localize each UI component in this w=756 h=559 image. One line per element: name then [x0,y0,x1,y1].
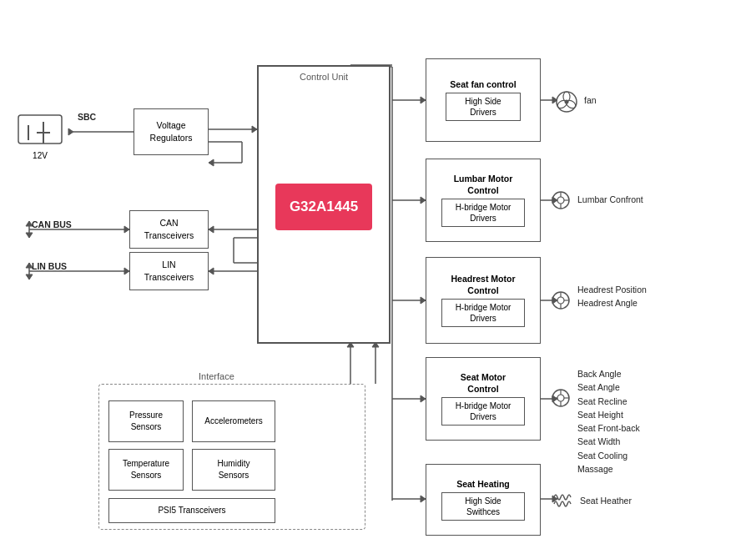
seat-fan-control-title: Seat fan control [450,79,516,91]
psi5-transceivers-label: PSI5 Transceivers [158,505,225,516]
svg-point-61 [565,100,569,104]
seat-motor-outer: Seat MotorControl H-bridge MotorDrivers [426,357,541,441]
lumbar-motor-icon [551,190,571,212]
seat-motor-icon [551,388,571,410]
seat-heating-switches-label: High SideSwithces [441,492,525,521]
can-bus-label: CAN BUS [32,219,72,231]
motor-svg-lumbar [551,190,571,210]
temperature-sensors-box: TemperatureSensors [108,449,184,491]
accelerometers-box: Accelerometers [192,400,275,442]
seat-fan-drivers-label: High SideDrivers [446,93,521,121]
accelerometers-label: Accelerometers [204,415,262,427]
temperature-sensors-label: TemperatureSensors [123,458,169,481]
headrest-output-label: Headrest PositionHeadrest Angle [577,284,647,310]
svg-marker-12 [26,233,33,238]
heat-svg [551,489,574,507]
lumbar-motor-outer: Lumbar MotorControl H-bridge MotorDriver… [426,159,541,242]
seat-heather-output-label: Seat Heather [580,495,632,507]
voltage-regulators-box: VoltageRegulators [134,108,209,155]
svg-marker-21 [209,268,214,274]
lin-transceivers-label: LINTransceivers [144,259,194,283]
humidity-sensors-box: HumiditySensors [192,449,275,491]
can-transceivers-box: CANTransceivers [129,210,209,249]
motor-svg-seat [551,388,571,408]
lumbar-motor-title: Lumbar MotorControl [454,174,513,196]
lumbar-motor-drivers-label: H-bridge MotorDrivers [441,199,525,227]
svg-marker-1 [68,128,73,135]
pressure-sensors-box: PressureSensors [108,400,184,442]
svg-marker-17 [26,274,33,280]
sbc-label: SBC [78,111,96,123]
fan-output-label: fan [584,94,597,107]
chip-label: G32A1445 [275,184,372,230]
motor-svg-headrest [551,290,571,310]
seat-heating-title: Seat Heating [456,479,510,491]
svg-point-63 [557,197,564,204]
headrest-motor-outer: Headrest MotorControl H-bridge MotorDriv… [426,257,541,344]
seat-fan-control-outer: Seat fan control High SideDrivers [426,58,541,142]
battery-icon [15,108,65,154]
svg-point-69 [557,297,564,304]
headrest-motor-title: Headrest MotorControl [451,274,515,296]
svg-rect-53 [18,115,62,144]
humidity-sensors-label: HumiditySensors [218,458,250,481]
fan-icon [555,90,578,115]
seat-heating-outer: Seat Heating High SideSwithces [426,464,541,536]
lin-transceivers-box: LINTransceivers [129,252,209,290]
seat-motor-title: Seat MotorControl [461,372,506,395]
headrest-motor-drivers-label: H-bridge MotorDrivers [441,299,525,327]
pressure-sensors-label: PressureSensors [129,410,163,433]
battery-symbol: 12V [15,108,65,160]
seat-motor-drivers-label: H-bridge MotorDrivers [441,397,525,426]
can-transceivers-label: CANTransceivers [144,217,194,241]
lin-bus-label: LIN BUS [32,260,67,273]
control-unit-label: Control Unit [259,72,389,82]
fan-svg [555,90,578,113]
interface-label: Interface [199,371,234,381]
diagram: 12V SBC CAN BUS LIN BUS VoltageRegulator… [0,0,756,559]
svg-marker-7 [209,159,214,166]
heat-icon [551,489,574,509]
voltage-regulators-label: VoltageRegulators [150,119,193,144]
psi5-transceivers-box: PSI5 Transceivers [108,498,275,523]
svg-marker-19 [209,226,214,233]
lumbar-output-label: Lumbar Confront [577,194,643,206]
headrest-motor-icon [551,290,571,312]
seat-motor-output-label: Back AngleSeat AngleSeat ReclineSeat Hei… [577,367,640,476]
svg-point-75 [557,395,564,401]
